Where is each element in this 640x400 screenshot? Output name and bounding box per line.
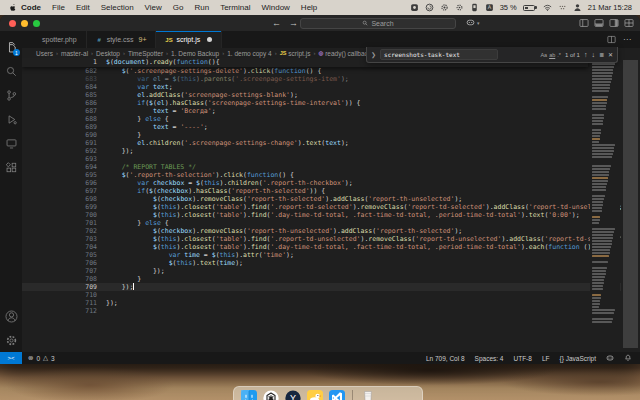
- battery-percent-label[interactable]: 35 %: [500, 3, 517, 12]
- breadcrumb-item[interactable]: TimeSpotter: [128, 50, 163, 57]
- code-line-708[interactable]: 708 }: [22, 275, 640, 283]
- breadcrumb-item[interactable]: Desktop: [96, 50, 120, 57]
- menu-gear-icon[interactable]: [440, 3, 449, 12]
- vertical-scrollbar[interactable]: [621, 58, 640, 364]
- menu-battery-app-icon[interactable]: [470, 3, 479, 12]
- code-line-691[interactable]: 691 el.children('.screenpage-settings-ch…: [22, 139, 640, 147]
- menubar-item-terminal[interactable]: Terminal: [220, 3, 250, 12]
- warning-icon[interactable]: △: [43, 354, 48, 362]
- code-line-695[interactable]: 695 $('.report-th-selection').click(func…: [22, 171, 640, 179]
- statusbar-item[interactable]: UTF-8: [513, 355, 531, 362]
- breadcrumb-item[interactable]: ◎ready() callback: [318, 50, 371, 57]
- menubar-item-selection[interactable]: Selection: [101, 3, 134, 12]
- find-close-button[interactable]: ✕: [608, 51, 613, 58]
- code-line-683[interactable]: 683 var el = $(this).parents('.screenpag…: [22, 75, 640, 83]
- accounts-button[interactable]: [0, 304, 22, 328]
- code-line-712[interactable]: 712: [22, 307, 640, 315]
- code-line-709[interactable]: 709 });: [22, 283, 640, 291]
- control-center-icon[interactable]: [558, 3, 567, 12]
- menubar-item-run[interactable]: Run: [194, 3, 209, 12]
- copilot-status-icon[interactable]: [606, 354, 614, 362]
- tab-style-css[interactable]: #style.css9+: [87, 31, 157, 48]
- breadcrumb-item[interactable]: 1. Demo Backup: [171, 50, 219, 57]
- activity-explorer[interactable]: 1: [0, 35, 22, 59]
- code-line-694[interactable]: 694 /* REPORT TABLES */: [22, 163, 640, 171]
- toggle-primary-sidebar-icon[interactable]: [579, 18, 589, 28]
- minimap[interactable]: [590, 58, 620, 364]
- menubar-item-code[interactable]: Code: [21, 3, 41, 12]
- close-window-button[interactable]: [9, 20, 16, 27]
- menubar-clock[interactable]: 21 Mar 15:28: [588, 3, 632, 12]
- statusbar-item[interactable]: LF: [542, 355, 550, 362]
- tab-script-js[interactable]: JSscript.js: [156, 31, 222, 48]
- dock-trash-icon[interactable]: [360, 390, 376, 400]
- code-line-684[interactable]: 684 var text;: [22, 83, 640, 91]
- find-next-button[interactable]: ↓: [591, 51, 595, 58]
- code-line-688[interactable]: 688 } else {: [22, 115, 640, 123]
- activity-extensions[interactable]: [0, 155, 22, 179]
- find-previous-button[interactable]: ↑: [584, 51, 588, 58]
- code-line-693[interactable]: 693: [22, 155, 640, 163]
- battery-icon[interactable]: [523, 5, 537, 11]
- dock-finder-icon[interactable]: [241, 390, 257, 400]
- statusbar-item[interactable]: {} JavaScript: [560, 355, 597, 362]
- code-line-682[interactable]: 682 $('.screenpage-settings-delete').cli…: [22, 67, 640, 75]
- activity-run-debug[interactable]: [0, 107, 22, 131]
- code-line-686[interactable]: 686 if($(el).hasClass('screenpage-settin…: [22, 99, 640, 107]
- menu-input-source-icon[interactable]: A: [485, 3, 494, 12]
- more-actions-icon[interactable]: ⋯: [623, 35, 632, 44]
- dock-cyberduck-icon[interactable]: [307, 390, 323, 400]
- code-line-706[interactable]: 706 $(this).text(time);: [22, 259, 640, 267]
- user-account-icon[interactable]: [573, 3, 582, 12]
- error-count[interactable]: 0: [36, 355, 40, 362]
- match-case-toggle[interactable]: Aa: [540, 52, 547, 58]
- menubar-item-edit[interactable]: Edit: [76, 3, 90, 12]
- code-line-698[interactable]: 698 $(checkbox).removeClass('report-th-s…: [22, 195, 640, 203]
- breadcrumb-item[interactable]: 1. demo copy 4: [227, 50, 271, 57]
- menubar-item-file[interactable]: File: [52, 3, 65, 12]
- dock-chatgpt-icon[interactable]: [263, 390, 279, 400]
- dock-y-app-icon[interactable]: Y: [285, 390, 301, 400]
- remote-indicator[interactable]: ><: [0, 352, 22, 364]
- code-line-701[interactable]: 701 } else {: [22, 219, 640, 227]
- statusbar-item[interactable]: Spaces: 4: [475, 355, 504, 362]
- code-line-689[interactable]: 689 text = '----';: [22, 123, 640, 131]
- breadcrumb-item[interactable]: JSscript.js: [280, 50, 311, 57]
- menu-swirl-icon[interactable]: [425, 3, 434, 12]
- menu-gear-alt-icon[interactable]: [455, 3, 464, 12]
- code-line-685[interactable]: 685 el.addClass('screenpage-settings-bla…: [22, 91, 640, 99]
- breadcrumb-item[interactable]: master-al: [61, 50, 88, 57]
- find-in-selection-button[interactable]: ≣: [599, 51, 604, 58]
- apple-icon[interactable]: [8, 3, 17, 12]
- code-line-702[interactable]: 702 $(checkbox).removeClass('report-th-u…: [22, 227, 640, 235]
- breadcrumb-item[interactable]: Users: [36, 50, 53, 57]
- code-line-707[interactable]: 707 });: [22, 267, 640, 275]
- statusbar-item[interactable]: Ln 709, Col 8: [426, 355, 465, 362]
- menubar-item-help[interactable]: Help: [301, 3, 317, 12]
- split-editor-icon[interactable]: [607, 35, 616, 44]
- tab-spotter-php[interactable]: spotter.php: [22, 31, 87, 48]
- activity-remote-explorer[interactable]: [0, 131, 22, 155]
- whole-word-toggle[interactable]: ab: [549, 52, 555, 58]
- find-input[interactable]: screenshots-task-text: [380, 49, 498, 60]
- code-line-687[interactable]: 687 text = 'Всегда';: [22, 107, 640, 115]
- code-line-696[interactable]: 696 var checkbox = $(this).children('.re…: [22, 179, 640, 187]
- code-line-697[interactable]: 697 if($(checkbox).hasClass('report-th-s…: [22, 187, 640, 195]
- minimize-window-button[interactable]: [21, 20, 28, 27]
- find-collapse-icon[interactable]: ❯: [371, 51, 376, 58]
- menubar-item-go[interactable]: Go: [173, 3, 184, 12]
- code-editor[interactable]: 1$(document).ready(function(){ 682 $('.s…: [22, 58, 640, 364]
- code-line-705[interactable]: 705 var time = $(this).attr('time');: [22, 251, 640, 259]
- menu-extra-app-icon[interactable]: [410, 3, 419, 12]
- error-icon[interactable]: ⊗: [28, 354, 33, 362]
- code-line-692[interactable]: 692 });: [22, 147, 640, 155]
- regex-toggle[interactable]: .*: [557, 52, 561, 58]
- navigate-back-icon[interactable]: ←: [272, 18, 281, 28]
- code-line-710[interactable]: 710: [22, 291, 640, 299]
- notifications-bell-icon[interactable]: [624, 354, 632, 362]
- navigate-forward-icon[interactable]: →: [289, 18, 298, 28]
- toggle-panel-icon[interactable]: [594, 18, 604, 28]
- vertical-scrollbar-thumb[interactable]: [623, 60, 638, 348]
- customize-layout-icon[interactable]: [624, 18, 634, 28]
- toggle-secondary-sidebar-icon[interactable]: [609, 18, 619, 28]
